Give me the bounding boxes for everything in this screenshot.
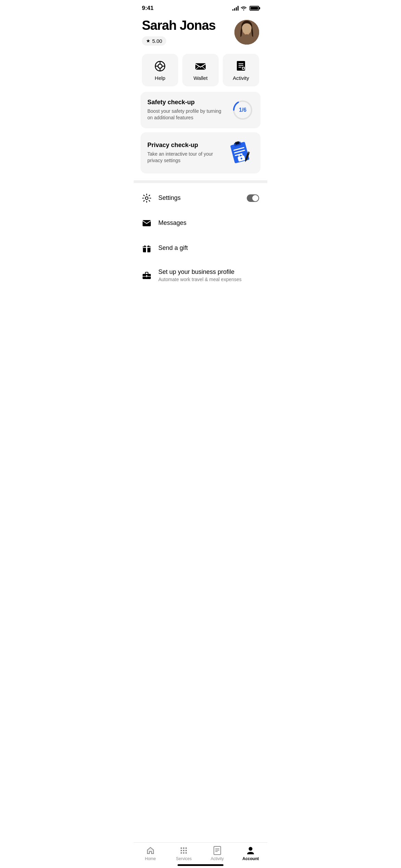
rating-value: 5.00 xyxy=(152,38,162,44)
checkup-cards: Safety check-up Boost your safety profil… xyxy=(134,92,267,173)
help-icon xyxy=(155,61,166,72)
safety-checkup-text: Safety check-up Boost your safety profil… xyxy=(147,99,223,121)
clipboard-icon xyxy=(226,139,254,167)
wifi-icon xyxy=(241,6,247,11)
safety-checkup-title: Safety check-up xyxy=(147,99,223,106)
gift-title: Send a gift xyxy=(158,244,259,252)
status-icons xyxy=(232,6,259,11)
help-label: Help xyxy=(155,75,166,81)
business-title: Set up your business profile xyxy=(158,268,259,276)
gift-menu-item[interactable]: Send a gift xyxy=(142,236,259,261)
status-time: 9:41 xyxy=(142,5,154,12)
gift-icon xyxy=(142,243,151,253)
settings-icon xyxy=(142,193,151,203)
header-left: Sarah Jonas ★ 5.00 xyxy=(142,19,216,46)
wallet-action-card[interactable]: Wallet xyxy=(182,54,219,86)
signal-icon xyxy=(232,6,239,11)
business-content: Set up your business profile Automate wo… xyxy=(158,268,259,282)
messages-content: Messages xyxy=(158,219,259,227)
privacy-checkup-title: Privacy check-up xyxy=(147,142,223,149)
settings-title: Settings xyxy=(158,194,243,202)
menu-list: Settings Messages xyxy=(134,183,267,293)
svg-rect-10 xyxy=(195,63,206,70)
privacy-checkup-desc: Take an interactive tour of your privacy… xyxy=(147,151,223,164)
rating-star-icon: ★ xyxy=(146,38,150,44)
messages-title: Messages xyxy=(158,219,259,227)
status-bar: 9:41 xyxy=(134,0,267,14)
quick-actions: Help Wallet xyxy=(134,48,267,92)
business-menu-item[interactable]: Set up your business profile Automate wo… xyxy=(142,261,259,290)
safety-progress-text: 1/6 xyxy=(239,107,246,113)
user-name: Sarah Jonas xyxy=(142,19,216,33)
help-action-card[interactable]: Help xyxy=(142,54,178,86)
settings-toggle[interactable] xyxy=(247,194,259,202)
wallet-icon xyxy=(195,61,206,72)
settings-menu-item[interactable]: Settings xyxy=(142,186,259,211)
business-subtitle: Automate work travel & meal expenses xyxy=(158,277,259,282)
activity-label: Activity xyxy=(233,75,249,81)
business-icon xyxy=(142,270,151,280)
rating-badge: ★ 5.00 xyxy=(142,36,166,46)
svg-point-31 xyxy=(145,197,148,200)
section-divider xyxy=(134,180,267,183)
svg-point-2 xyxy=(242,25,251,34)
messages-icon xyxy=(142,218,151,228)
privacy-checkup-text: Privacy check-up Take an interactive tou… xyxy=(147,142,223,164)
safety-progress-circle: 1/6 xyxy=(232,99,254,121)
wallet-label: Wallet xyxy=(193,75,207,81)
activity-action-card[interactable]: Activity xyxy=(223,54,259,86)
avatar[interactable] xyxy=(234,20,259,45)
battery-icon xyxy=(250,6,259,11)
svg-rect-0 xyxy=(234,20,259,45)
svg-point-5 xyxy=(158,64,162,68)
safety-checkup-card[interactable]: Safety check-up Boost your safety profil… xyxy=(141,92,260,128)
svg-rect-3 xyxy=(245,33,249,36)
svg-rect-36 xyxy=(143,247,151,248)
messages-menu-item[interactable]: Messages xyxy=(142,211,259,236)
activity-icon xyxy=(235,61,246,72)
settings-content: Settings xyxy=(158,194,243,202)
gift-content: Send a gift xyxy=(158,244,259,252)
header: Sarah Jonas ★ 5.00 xyxy=(134,14,267,48)
privacy-checkup-card[interactable]: Privacy check-up Take an interactive tou… xyxy=(141,132,260,173)
svg-rect-17 xyxy=(243,68,244,69)
safety-checkup-desc: Boost your safety profile by turning on … xyxy=(147,108,223,121)
